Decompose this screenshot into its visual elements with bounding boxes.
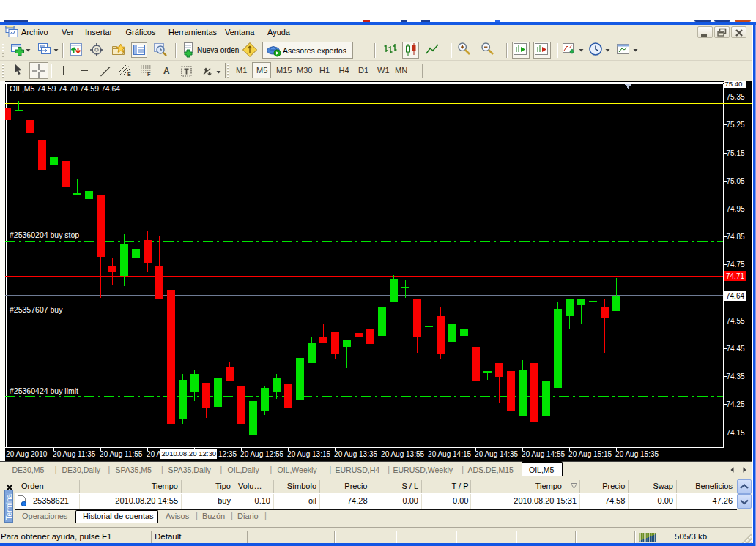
svg-text:75.25: 75.25 <box>727 121 745 129</box>
svg-text:20 Aug 12:55: 20 Aug 12:55 <box>240 450 284 458</box>
svg-text:20 Aug 2010: 20 Aug 2010 <box>6 450 48 458</box>
svg-text:F: F <box>147 72 151 77</box>
svg-text:74.64: 74.64 <box>726 292 744 300</box>
svg-text:75.15: 75.15 <box>727 149 745 157</box>
svg-text:20 Aug 14:15: 20 Aug 14:15 <box>428 450 471 458</box>
svg-text:74.55: 74.55 <box>727 317 745 325</box>
svg-text:20 Aug 11:35: 20 Aug 11:35 <box>53 450 96 458</box>
svg-text:20 Aug 15:35: 20 Aug 15:35 <box>615 450 659 458</box>
svg-text:20 Aug 14:55: 20 Aug 14:55 <box>522 450 565 458</box>
svg-text:75.35: 75.35 <box>727 93 745 101</box>
svg-text:74.75: 74.75 <box>727 261 745 269</box>
svg-text:74.25: 74.25 <box>727 400 745 408</box>
svg-text:20 Aug 11:55: 20 Aug 11:55 <box>100 450 143 458</box>
svg-text:74.15: 74.15 <box>727 429 745 437</box>
svg-text:74.71: 74.71 <box>726 272 744 280</box>
svg-text:20 Aug 13:15: 20 Aug 13:15 <box>287 450 330 458</box>
svg-text:20 Aug 14:35: 20 Aug 14:35 <box>475 450 518 458</box>
svg-text:#25357607 buy: #25357607 buy <box>10 305 63 314</box>
svg-text:74.85: 74.85 <box>727 233 745 241</box>
svg-text:20 Aug 15:15: 20 Aug 15:15 <box>568 450 612 458</box>
svg-text:75.40: 75.40 <box>725 81 743 88</box>
svg-text:OIL,M5 74.59 74.70 74.59 74.6: OIL,M5 74.59 74.70 74.59 74.64 <box>10 84 120 93</box>
svg-text:20 Aug 13:35: 20 Aug 13:35 <box>334 450 377 458</box>
svg-text:74.95: 74.95 <box>727 205 745 213</box>
svg-text:74.45: 74.45 <box>727 345 745 353</box>
svg-text:20 Aug 13:55: 20 Aug 13:55 <box>381 450 424 458</box>
svg-text:#25360204 buy stop: #25360204 buy stop <box>10 231 79 239</box>
svg-text:75.05: 75.05 <box>727 177 745 185</box>
svg-text:2010.08.20 12:30: 2010.08.20 12:30 <box>162 449 217 457</box>
svg-text:74.35: 74.35 <box>727 373 745 381</box>
svg-text:E: E <box>127 72 131 77</box>
svg-text:#25360424 buy limit: #25360424 buy limit <box>10 386 78 395</box>
